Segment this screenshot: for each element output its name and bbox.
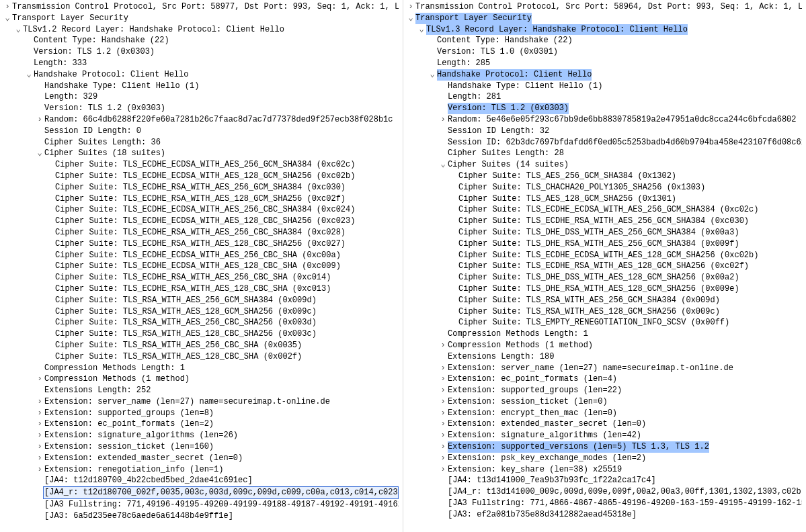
tree-row[interactable]: [JA4: t13d141000_7ea9b37b93fc_1f22a2ca17… <box>406 475 803 486</box>
tree-row[interactable]: Extensions Length: 252 <box>3 385 400 396</box>
tree-row[interactable]: ⌄Transport Layer Security <box>3 13 400 24</box>
tree-row[interactable]: Session ID Length: 32 <box>406 126 803 137</box>
chevron-down-icon[interactable]: ⌄ <box>438 159 448 171</box>
tree-row[interactable]: [JA3 Fullstring: 771,4866-4867-4865-4919… <box>406 498 803 509</box>
tree-row[interactable]: Cipher Suite: TLS_ECDHE_ECDSA_WITH_AES_1… <box>3 261 400 272</box>
tree-row[interactable]: ›Random: 66c4db6288f220fe60a7281b26c7faa… <box>3 114 400 126</box>
tree-row[interactable]: ⌄Cipher Suites (18 suites) <box>3 148 400 159</box>
tree-row[interactable]: ›Extension: ec_point_formats (len=4) <box>406 373 803 385</box>
tree-row[interactable]: ›Random: 5e46e6e05f293c67bb9de6bb8830785… <box>406 114 803 126</box>
tree-row[interactable]: Cipher Suite: TLS_ECDHE_ECDSA_WITH_AES_1… <box>3 171 400 182</box>
tree-row[interactable]: [JA4: t12d180700_4b22cbed5bed_2dae41c691… <box>3 475 400 486</box>
chevron-right-icon[interactable]: › <box>35 396 44 408</box>
tree-row[interactable]: Cipher Suite: TLS_RSA_WITH_AES_256_CBC_S… <box>3 317 400 328</box>
tree-row[interactable]: [JA4_r: t12d180700_002f,0035,003c,003d,0… <box>3 486 400 499</box>
tree-row[interactable]: ›Transmission Control Protocol, Src Port… <box>3 1 400 13</box>
chevron-right-icon[interactable]: › <box>438 114 448 126</box>
tree-row[interactable]: ›Extension: supported_groups (len=22) <box>406 385 803 396</box>
tree-row[interactable]: Cipher Suite: TLS_CHACHA20_POLY1305_SHA2… <box>406 182 803 193</box>
tree-row[interactable]: Version: TLS 1.2 (0x0303) <box>3 46 400 58</box>
tree-row[interactable]: Cipher Suite: TLS_ECDHE_RSA_WITH_AES_128… <box>406 261 803 272</box>
tree-row[interactable]: Session ID: 62b3dc7697bfdafdd6f0ed05c525… <box>406 137 803 148</box>
tree-row[interactable]: Handshake Type: Client Hello (1) <box>406 81 803 92</box>
tree-row[interactable]: Cipher Suites Length: 28 <box>406 148 803 159</box>
tree-row[interactable]: ⌄Handshake Protocol: Client Hello <box>3 69 400 81</box>
tree-row[interactable]: Compression Methods Length: 1 <box>406 328 803 340</box>
tree-row[interactable]: Cipher Suite: TLS_RSA_WITH_AES_256_GCM_S… <box>406 295 803 306</box>
tree-row[interactable]: Cipher Suite: TLS_RSA_WITH_AES_256_GCM_S… <box>3 295 400 306</box>
chevron-right-icon[interactable]: › <box>3 1 12 13</box>
tree-row[interactable]: Cipher Suite: TLS_ECDHE_ECDSA_WITH_AES_1… <box>3 216 400 227</box>
chevron-right-icon[interactable]: › <box>438 430 448 441</box>
tree-row[interactable]: Cipher Suite: TLS_ECDHE_RSA_WITH_AES_256… <box>3 227 400 238</box>
chevron-down-icon[interactable]: ⌄ <box>13 24 23 36</box>
chevron-right-icon[interactable]: › <box>438 453 448 464</box>
tree-row[interactable]: ›Extension: server_name (len=27) name=se… <box>3 396 400 408</box>
chevron-right-icon[interactable]: › <box>438 396 448 408</box>
tree-row[interactable]: ›Extension: encrypt_then_mac (len=0) <box>406 408 803 419</box>
chevron-down-icon[interactable]: ⌄ <box>35 148 44 159</box>
tree-row[interactable]: ›Extension: key_share (len=38) x25519 <box>406 464 803 476</box>
chevron-right-icon[interactable]: › <box>438 340 448 351</box>
tree-row[interactable]: Cipher Suite: TLS_ECDHE_ECDSA_WITH_AES_2… <box>3 250 400 261</box>
tree-row[interactable]: Cipher Suite: TLS_ECDHE_ECDSA_WITH_AES_2… <box>3 159 400 171</box>
chevron-right-icon[interactable]: › <box>35 430 44 441</box>
tree-row[interactable]: Cipher Suite: TLS_ECDHE_RSA_WITH_AES_256… <box>3 272 400 283</box>
tree-row[interactable]: ›Extension: supported_groups (len=8) <box>3 408 400 419</box>
chevron-right-icon[interactable]: › <box>35 418 44 430</box>
tree-row[interactable]: Cipher Suite: TLS_AES_128_GCM_SHA256 (0x… <box>406 193 803 205</box>
tree-row[interactable]: ›Compression Methods (1 method) <box>406 340 803 351</box>
tree-row[interactable]: ›Extension: ec_point_formats (len=2) <box>3 418 400 430</box>
tree-row[interactable]: Cipher Suite: TLS_EMPTY_RENEGOTIATION_IN… <box>406 317 803 328</box>
tree-row[interactable]: ›Compression Methods (1 method) <box>3 373 400 385</box>
tree-row[interactable]: ›Extension: session_ticket (len=0) <box>406 396 803 408</box>
chevron-right-icon[interactable]: › <box>35 441 44 453</box>
tree-row[interactable]: ⌄Cipher Suites (14 suites) <box>406 159 803 171</box>
tree-row[interactable]: Cipher Suite: TLS_ECDHE_ECDSA_WITH_AES_1… <box>406 250 803 261</box>
tree-row[interactable]: ›Extension: signature_algorithms (len=42… <box>406 430 803 441</box>
chevron-right-icon[interactable]: › <box>35 114 44 126</box>
tree-pane-right[interactable]: ›Transmission Control Protocol, Src Port… <box>403 0 806 532</box>
tree-row[interactable]: Content Type: Handshake (22) <box>406 35 803 46</box>
tree-row[interactable]: [JA4_r: t13d141000_009c,009d,009e,009f,0… <box>406 486 803 498</box>
chevron-right-icon[interactable]: › <box>438 418 448 430</box>
chevron-right-icon[interactable]: › <box>35 453 44 464</box>
tree-row[interactable]: Cipher Suite: TLS_ECDHE_RSA_WITH_AES_256… <box>406 216 803 227</box>
tree-row[interactable]: Cipher Suite: TLS_ECDHE_RSA_WITH_AES_128… <box>3 238 400 250</box>
tree-row[interactable]: Cipher Suite: TLS_DHE_DSS_WITH_AES_256_G… <box>406 227 803 238</box>
chevron-down-icon[interactable]: ⌄ <box>3 13 12 24</box>
tree-row[interactable]: Cipher Suite: TLS_DHE_RSA_WITH_AES_256_G… <box>406 238 803 250</box>
chevron-right-icon[interactable]: › <box>438 385 448 396</box>
tree-row[interactable]: ⌄Transport Layer Security <box>406 13 803 24</box>
tree-row[interactable]: Cipher Suite: TLS_RSA_WITH_AES_128_CBC_S… <box>3 328 400 340</box>
tree-row[interactable]: Cipher Suite: TLS_DHE_DSS_WITH_AES_128_G… <box>406 272 803 283</box>
chevron-right-icon[interactable]: › <box>438 464 448 476</box>
chevron-right-icon[interactable]: › <box>438 363 448 374</box>
tree-row[interactable]: ›Extension: extended_master_secret (len=… <box>3 453 400 464</box>
chevron-right-icon[interactable]: › <box>438 373 448 385</box>
tree-row[interactable]: ›Transmission Control Protocol, Src Port… <box>406 1 803 13</box>
tree-row[interactable]: Cipher Suite: TLS_AES_256_GCM_SHA384 (0x… <box>406 171 803 182</box>
chevron-right-icon[interactable]: › <box>35 408 44 419</box>
tree-row[interactable]: ›Extension: session_ticket (len=160) <box>3 441 400 453</box>
tree-row[interactable]: ›Extension: extended_master_secret (len=… <box>406 418 803 430</box>
tree-row[interactable]: Cipher Suite: TLS_DHE_RSA_WITH_AES_128_G… <box>406 283 803 295</box>
tree-row[interactable]: Extensions Length: 180 <box>406 351 803 363</box>
chevron-right-icon[interactable]: › <box>438 408 448 419</box>
chevron-right-icon[interactable]: › <box>438 441 448 453</box>
tree-row[interactable]: Cipher Suite: TLS_ECDHE_ECDSA_WITH_AES_2… <box>3 204 400 216</box>
chevron-down-icon[interactable]: ⌄ <box>428 69 437 81</box>
tree-row[interactable]: ⌄Handshake Protocol: Client Hello <box>406 69 803 81</box>
tree-row[interactable]: Length: 285 <box>406 58 803 69</box>
tree-row[interactable]: ›Extension: server_name (len=27) name=se… <box>406 363 803 374</box>
tree-row[interactable]: Cipher Suite: TLS_RSA_WITH_AES_128_GCM_S… <box>3 306 400 318</box>
tree-row[interactable]: Version: TLS 1.0 (0x0301) <box>406 46 803 58</box>
tree-row[interactable]: ⌄TLSv1.3 Record Layer: Handshake Protoco… <box>406 24 803 36</box>
tree-row[interactable]: Cipher Suite: TLS_ECDHE_RSA_WITH_AES_256… <box>3 182 400 193</box>
chevron-down-icon[interactable]: ⌄ <box>417 24 426 36</box>
tree-row[interactable]: Length: 333 <box>3 58 400 69</box>
tree-row[interactable]: [JA3: 6a5d235ee78c6aede6a61448b4e9ff1e] <box>3 511 400 522</box>
tree-row[interactable]: Length: 329 <box>3 91 400 103</box>
tree-row[interactable]: Handshake Type: Client Hello (1) <box>3 81 400 92</box>
tree-row[interactable]: ›Extension: supported_versions (len=5) T… <box>406 441 803 453</box>
